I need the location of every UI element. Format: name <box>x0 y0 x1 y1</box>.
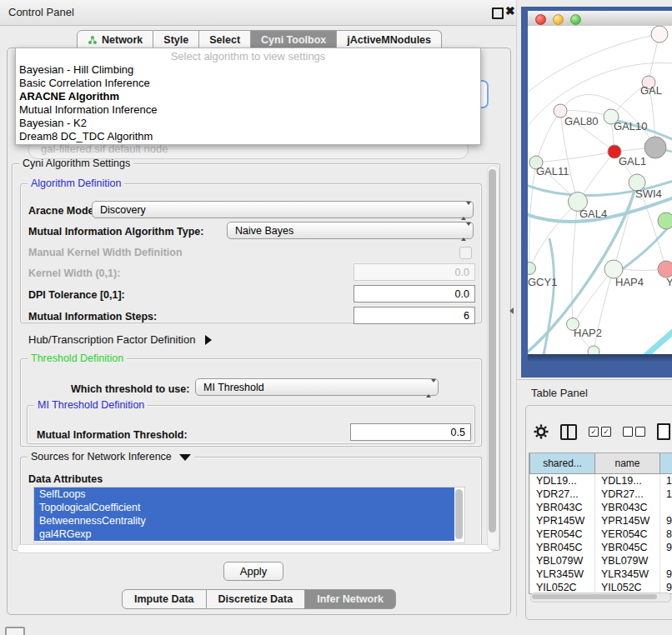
node-label: GAL4 <box>579 208 607 220</box>
table-row[interactable]: YER054CYER054C8. <box>530 528 672 541</box>
cell-name: YER054C <box>595 528 660 541</box>
mi-type-value: Naive Bayes <box>235 225 293 237</box>
table-horizontal-scrollbar[interactable] <box>530 592 671 602</box>
node-unlabeled[interactable] <box>651 26 668 42</box>
node-salmon[interactable] <box>658 261 672 278</box>
cell-value: 12 <box>660 488 672 501</box>
table-row[interactable]: YBR045CYBR045C9. <box>530 541 672 554</box>
table-row[interactable]: YDL19...YDL19...13 <box>530 474 672 488</box>
apply-button[interactable]: Apply <box>223 562 283 581</box>
dropdown-item[interactable]: Basic Correlation Inference <box>16 77 480 90</box>
cell-shared: YBR045C <box>530 541 595 554</box>
table-row[interactable]: YBR043CYBR043C <box>530 501 672 514</box>
threshold-definition-title: Threshold Definition <box>28 352 127 364</box>
cell-name: YDR27... <box>595 488 660 501</box>
node-label: GAL1 <box>619 155 646 168</box>
cell-shared: YDL19... <box>530 474 595 488</box>
table-row[interactable]: YLR345WYLR345W9. <box>530 568 672 581</box>
gear-icon[interactable] <box>534 424 549 439</box>
splitter-collapse-arrow[interactable] <box>509 308 514 314</box>
attribute-item[interactable]: BetweennessCentrality <box>34 514 454 528</box>
close-traffic-light[interactable] <box>535 14 546 25</box>
dropdown-item-selected[interactable]: ARACNE Algorithm <box>16 90 480 103</box>
mi-steps-label: Mutual Information Steps: <box>28 311 157 322</box>
combo-arrows-icon <box>461 226 467 238</box>
dropdown-placeholder: Select algorithm to view settings <box>16 48 480 63</box>
document-icon[interactable] <box>657 423 670 440</box>
scrollbar-thumb[interactable] <box>489 169 496 532</box>
column-header-shared[interactable]: shared... <box>530 453 595 474</box>
dropdown-item[interactable]: Bayesian - Hill Climbing <box>16 63 480 77</box>
column-header-name[interactable]: name <box>595 453 660 474</box>
cell-name: YBR043C <box>595 501 660 514</box>
combo-arrows-icon <box>426 382 432 394</box>
tab-cyni-toolbox-label: Cyni Toolbox <box>261 31 326 49</box>
thick-cyan-edge <box>640 328 672 354</box>
node-green[interactable] <box>658 212 672 229</box>
table-row[interactable]: YDR27...YDR27...12 <box>530 488 672 501</box>
sources-title[interactable]: Sources for Network Inference <box>28 451 194 462</box>
network-canvas[interactable]: GAL GAL80 GAL10 GAL1 GAL11 SWI4 GAL4 GCY… <box>528 26 672 354</box>
kernel-width-field[interactable]: 0.0 <box>354 263 475 281</box>
screen: Control Panel ✖ Network Style Select Cyn… <box>0 0 672 635</box>
dropdown-item[interactable]: Bayesian - K2 <box>16 117 480 130</box>
cell-name: YLR345W <box>595 568 660 581</box>
cell-shared: YPR145W <box>530 514 595 528</box>
cell-shared: YBL079W <box>530 554 595 568</box>
node-gray[interactable] <box>644 137 666 158</box>
manual-kernel-checkbox[interactable] <box>459 247 472 259</box>
which-threshold-label: Which threshold to use: <box>71 383 189 395</box>
checked-box-icon: ✓ <box>601 427 611 437</box>
sources-title-label: Sources for Network Inference <box>31 451 172 462</box>
close-icon[interactable]: ✖ <box>505 4 515 18</box>
node-unlabeled[interactable] <box>588 346 599 354</box>
table-toolbar: ✓ ✓ <box>534 421 670 442</box>
split-columns-icon[interactable] <box>560 424 577 440</box>
tab-discretize-data[interactable]: Discretize Data <box>207 589 306 609</box>
table-header-row: shared... name <box>530 453 672 474</box>
settings-vertical-scrollbar[interactable] <box>487 165 499 550</box>
select-all-icon[interactable]: ✓ ✓ <box>589 427 611 437</box>
mi-steps-field[interactable]: 6 <box>354 307 475 324</box>
table-panel-title: Table Panel <box>531 387 588 399</box>
mi-threshold-field[interactable]: 0.5 <box>350 423 471 441</box>
attribute-item[interactable]: SelfLoops <box>34 488 454 501</box>
cell-value: 9. <box>660 541 672 554</box>
minimized-panel-icon[interactable] <box>5 627 25 635</box>
dropdown-item[interactable]: Dream8 DC_TDC Algorithm <box>16 130 480 143</box>
network-window-titlebar[interactable] <box>528 11 672 27</box>
node-label: SWI4 <box>635 188 662 200</box>
scrollbar-thumb[interactable] <box>532 594 657 599</box>
float-window-icon[interactable] <box>492 8 504 19</box>
cell-value: 9. <box>660 514 672 528</box>
minimize-traffic-light[interactable] <box>553 14 564 25</box>
column-header[interactable] <box>660 453 672 474</box>
mi-type-combo[interactable]: Naive Bayes <box>227 222 474 239</box>
attribute-item[interactable]: TopologicalCoefficient <box>34 501 454 514</box>
tab-infer-network[interactable]: Infer Network <box>305 589 396 609</box>
cell-name: YBL079W <box>595 554 660 568</box>
dropdown-item[interactable]: Mutual Information Inference <box>16 103 480 117</box>
hub-definition-toggle[interactable]: Hub/Transcription Factor Definition <box>28 333 212 346</box>
control-panel-tabs: Network Style Select Cyni Toolbox jActiv… <box>77 30 442 48</box>
aracne-mode-combo[interactable]: Discovery <box>92 201 474 218</box>
kernel-width-label: Kernel Width (0,1): <box>28 268 120 279</box>
hub-definition-label: Hub/Transcription Factor Definition <box>28 333 195 346</box>
algorithm-definition-title: Algorithm Definition <box>28 178 124 189</box>
node-label: GAL11 <box>536 165 569 178</box>
deselect-all-icon[interactable] <box>623 427 645 437</box>
aracne-mode-label: Aracne Mode: <box>28 205 98 217</box>
collapsed-arrow-icon <box>205 335 212 345</box>
table-row[interactable]: YPR145WYPR145W9. <box>530 514 672 528</box>
tab-impute-data[interactable]: Impute Data <box>122 589 207 609</box>
table-row[interactable]: YBL079WYBL079W <box>530 554 672 568</box>
zoom-traffic-light[interactable] <box>570 14 581 25</box>
attribute-list-scrollbar[interactable] <box>455 489 463 539</box>
dpi-tolerance-field[interactable]: 0.0 <box>354 285 475 302</box>
attribute-item[interactable]: gal4RGexp <box>34 528 454 541</box>
node-gcy1[interactable] <box>528 262 536 275</box>
which-threshold-combo[interactable]: MI Threshold <box>195 378 439 396</box>
table-panel-divider <box>517 379 672 380</box>
settings-horizontal-scrollbar[interactable] <box>17 544 494 553</box>
node-label: HAP2 <box>574 327 602 339</box>
